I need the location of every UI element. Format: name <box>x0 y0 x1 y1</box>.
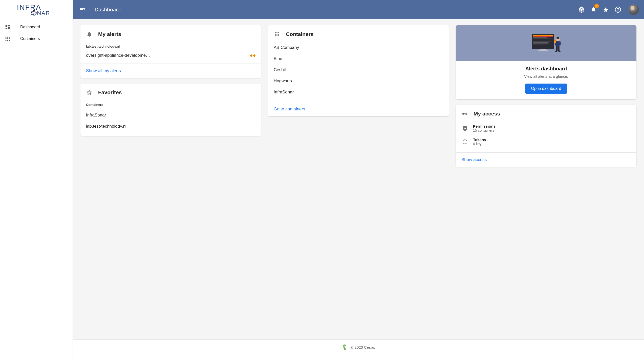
card-title: My access <box>474 111 500 117</box>
svg-rect-28 <box>275 35 276 36</box>
alerts-dashboard-card: Alerts dashboard View all alerts at a gl… <box>456 25 636 99</box>
permissions-row[interactable]: Permissions 15 containers <box>461 122 631 135</box>
alert-text: oversight-appliance-developme… <box>86 53 248 58</box>
svg-rect-26 <box>276 34 277 35</box>
page-title: Dashboard <box>95 7 578 13</box>
key-icon <box>461 110 468 117</box>
show-all-alerts-link[interactable]: Show all my alerts <box>86 68 121 73</box>
svg-point-19 <box>581 9 583 11</box>
svg-rect-38 <box>533 42 548 43</box>
svg-rect-16 <box>7 40 8 41</box>
svg-rect-46 <box>559 42 561 46</box>
svg-rect-29 <box>276 35 277 36</box>
sidebar-item-containers[interactable]: Containers <box>0 33 73 45</box>
star-icon[interactable] <box>602 6 610 13</box>
nav-list: Dashboard Containers <box>0 19 73 45</box>
go-to-containers-link[interactable]: Go to containers <box>274 107 305 112</box>
shield-check-icon <box>461 125 468 132</box>
card-title: Containers <box>286 31 314 37</box>
favorites-section-label: Containers <box>86 103 255 107</box>
container-item[interactable]: InfraSonar <box>274 87 443 98</box>
alert-group-name: lab.test-technology.nl <box>86 45 255 48</box>
svg-rect-25 <box>275 34 276 35</box>
cube-icon <box>461 138 468 145</box>
sidebar-item-label: Containers <box>20 36 40 41</box>
svg-rect-47 <box>556 46 558 51</box>
svg-rect-6 <box>8 25 10 27</box>
severity-dots <box>250 54 255 57</box>
svg-rect-52 <box>554 40 556 41</box>
permissions-label: Permissions <box>473 124 496 128</box>
svg-point-50 <box>558 51 561 52</box>
card-title: Favorites <box>98 89 122 95</box>
show-access-link[interactable]: Show access <box>461 157 487 162</box>
svg-point-49 <box>555 51 557 52</box>
settings-icon[interactable] <box>578 6 585 13</box>
svg-rect-55 <box>466 113 467 115</box>
menu-toggle-icon[interactable] <box>78 5 87 14</box>
svg-rect-36 <box>533 40 545 40</box>
svg-rect-24 <box>278 32 279 33</box>
svg-rect-15 <box>6 40 7 41</box>
svg-rect-48 <box>558 46 560 51</box>
avatar[interactable] <box>628 4 639 15</box>
containers-card: Containers AB Company Blue Cesbit Hogwar… <box>268 25 449 116</box>
svg-rect-27 <box>278 34 279 35</box>
container-item[interactable]: AB Company <box>274 42 443 53</box>
svg-rect-44 <box>556 41 560 46</box>
svg-rect-13 <box>7 38 8 39</box>
svg-rect-11 <box>9 37 10 38</box>
brand-logo[interactable]: INFRA S NAR <box>0 0 73 19</box>
cesbit-logo-icon <box>342 344 348 351</box>
notification-badge: 1 <box>594 4 599 8</box>
svg-rect-30 <box>278 35 279 36</box>
sidebar: INFRA S NAR Dashboard Containers <box>0 0 73 355</box>
svg-rect-56 <box>465 113 466 114</box>
my-alerts-card: My alerts lab.test-technology.nl oversig… <box>80 25 261 78</box>
dashboard-icon <box>5 24 11 30</box>
svg-rect-9 <box>6 37 7 38</box>
container-item[interactable]: Blue <box>274 53 443 64</box>
tokens-row[interactable]: Tokens 0 keys <box>461 135 631 148</box>
svg-point-21 <box>618 11 618 11</box>
svg-rect-37 <box>533 41 551 42</box>
permissions-value: 15 containers <box>473 128 496 132</box>
svg-rect-51 <box>554 41 556 43</box>
svg-rect-23 <box>276 32 277 33</box>
svg-rect-7 <box>6 28 7 29</box>
svg-rect-5 <box>6 25 7 27</box>
svg-rect-17 <box>9 40 10 41</box>
apps-icon <box>5 36 11 42</box>
star-outline-icon <box>86 89 93 96</box>
svg-rect-33 <box>533 36 553 37</box>
favorite-item[interactable]: InfraSonar <box>86 110 255 121</box>
my-access-card: My access Permissions 15 containers <box>456 105 636 167</box>
svg-rect-32 <box>533 35 553 36</box>
svg-rect-34 <box>533 37 547 38</box>
help-icon[interactable] <box>614 6 622 13</box>
svg-rect-14 <box>9 38 10 39</box>
sidebar-item-dashboard[interactable]: Dashboard <box>0 21 73 33</box>
svg-rect-12 <box>6 38 7 39</box>
favorite-item[interactable]: lab.test-technology.nl <box>86 121 255 132</box>
open-dashboard-button[interactable]: Open dashboard <box>525 84 567 94</box>
svg-rect-39 <box>533 44 549 44</box>
notifications-icon[interactable]: 1 <box>590 6 597 13</box>
svg-rect-41 <box>541 49 546 50</box>
bell-icon <box>86 31 93 37</box>
apps-icon <box>274 31 280 37</box>
card-title: My alerts <box>98 31 121 37</box>
tokens-label: Tokens <box>473 137 486 142</box>
promo-title: Alerts dashboard <box>461 66 631 72</box>
footer: © 2023 Cesbit <box>73 339 644 355</box>
svg-rect-35 <box>533 38 550 39</box>
svg-rect-42 <box>538 50 548 51</box>
alert-item[interactable]: oversight-appliance-developme… <box>86 51 255 60</box>
favorites-card: Favorites Containers InfraSonar lab.test… <box>80 84 261 136</box>
promo-illustration <box>456 25 636 61</box>
svg-rect-22 <box>275 32 276 33</box>
container-item[interactable]: Cesbit <box>274 64 443 75</box>
topbar: Dashboard 1 <box>73 0 644 19</box>
container-item[interactable]: Hogwarts <box>274 75 443 87</box>
svg-text:S   NAR: S NAR <box>31 10 50 16</box>
